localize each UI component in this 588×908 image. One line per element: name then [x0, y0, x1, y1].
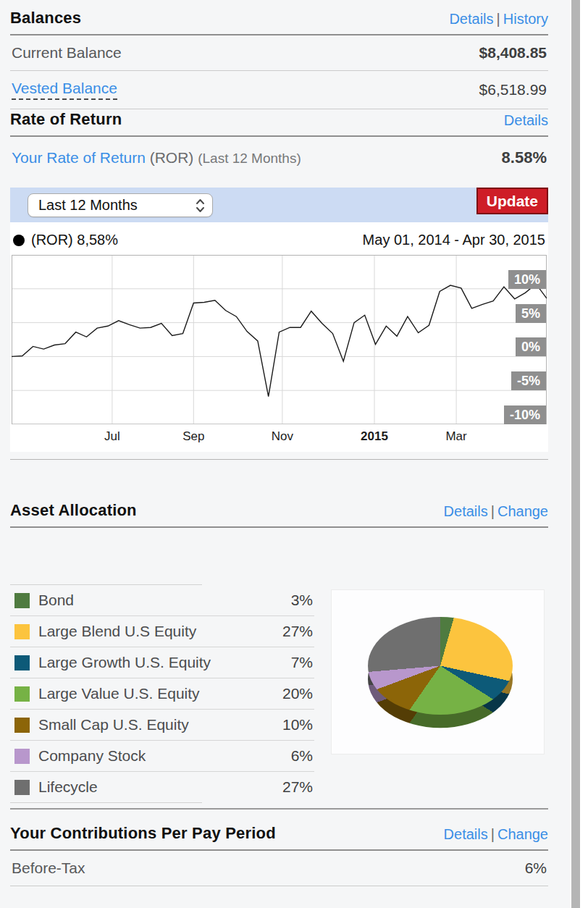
x-axis-tick-label: Jul: [104, 429, 120, 444]
legend-swatch: [14, 780, 30, 795]
asset-allocation-title: Asset Allocation: [10, 501, 137, 520]
balances-details-link[interactable]: Details: [449, 11, 493, 27]
section-divider: [10, 459, 548, 460]
legend-swatch: [14, 624, 30, 639]
period-toolbar: Last 12 Months Update: [10, 188, 548, 222]
your-rate-of-return-link[interactable]: Your Rate of Return: [12, 149, 146, 166]
before-tax-label: Before-Tax: [12, 859, 85, 877]
y-axis-tick-label: 0%: [516, 337, 546, 356]
link-separator: |: [488, 503, 497, 519]
ror-details-link[interactable]: Details: [504, 112, 548, 128]
rate-of-return-title: Rate of Return: [10, 110, 122, 129]
ror-value: 8.58%: [502, 148, 547, 167]
ror-abbrev: (ROR): [150, 149, 194, 166]
allocation-table-row: Small Cap U.S. Equity 10%: [10, 710, 314, 741]
x-axis-tick-label: 2015: [361, 429, 388, 444]
rate-of-return-header: Rate of Return Details: [10, 110, 548, 137]
chart-date-range: May 01, 2014 - Apr 30, 2015: [363, 232, 545, 248]
balances-history-link[interactable]: History: [503, 11, 548, 27]
asset-allocation-header: Asset Allocation Details|Change: [10, 501, 548, 528]
current-balance-value: $8,408.85: [479, 44, 547, 62]
current-balance-label: Current Balance: [12, 44, 122, 62]
contributions-details-link[interactable]: Details: [444, 826, 488, 842]
allocation-table: Bond 3% Large Blend U.S Equity 27% Large…: [10, 584, 314, 803]
ror-line-chart: 10%5%0%-5%-10%: [12, 255, 547, 424]
allocation-body: Bond 3% Large Blend U.S Equity 27% Large…: [10, 584, 548, 803]
allocation-table-row: Company Stock 6%: [10, 741, 314, 772]
period-select-value: Last 12 Months: [38, 197, 138, 214]
allocation-table-row: Large Value U.S. Equity 20%: [10, 678, 314, 710]
pie-face: [368, 617, 513, 715]
allocation-value: 27%: [282, 623, 313, 640]
allocation-table-row: Large Blend U.S Equity 27%: [10, 616, 314, 647]
vested-balance-value: $6,518.99: [479, 81, 547, 98]
allocation-change-link[interactable]: Change: [497, 503, 548, 519]
rate-of-return-section: Rate of Return Details Your Rate of Retu…: [10, 110, 548, 460]
legend-swatch: [14, 749, 30, 764]
contributions-section: Your Contributions Per Pay Period Detail…: [10, 808, 548, 886]
contributions-header: Your Contributions Per Pay Period Detail…: [10, 824, 548, 851]
allocation-table-row: Lifecycle 27%: [10, 772, 314, 802]
update-button[interactable]: Update: [476, 188, 548, 214]
section-divider: [10, 808, 548, 810]
allocation-label: Company Stock: [38, 747, 291, 765]
before-tax-row: Before-Tax 6%: [10, 851, 548, 886]
allocation-value: 20%: [282, 685, 313, 702]
series-label: (ROR) 8,58%: [31, 232, 118, 248]
allocation-label: Large Value U.S. Equity: [38, 685, 282, 702]
legend-swatch: [14, 686, 30, 702]
link-separator: |: [494, 11, 503, 27]
ror-row: Your Rate of Return (ROR) (Last 12 Month…: [10, 137, 548, 179]
allocation-label: Small Cap U.S. Equity: [38, 716, 282, 733]
allocation-table-row: Bond 3%: [10, 585, 314, 616]
asset-allocation-section: Asset Allocation Details|Change Bond 3% …: [10, 501, 548, 803]
x-axis-tick-label: Mar: [445, 429, 466, 444]
x-axis-tick-label: Nov: [272, 429, 293, 444]
vested-balance-link[interactable]: Vested Balance: [12, 80, 117, 100]
allocation-value: 6%: [291, 747, 313, 765]
contributions-change-link[interactable]: Change: [497, 826, 548, 842]
legend-swatch: [14, 655, 30, 671]
x-axis-tick-label: Sep: [182, 429, 204, 444]
chevron-up-down-icon: [196, 198, 205, 214]
ror-chart-panel: Last 12 Months Update (ROR) 8,58% May 01…: [10, 188, 548, 452]
current-balance-row: Current Balance $8,408.85: [10, 35, 548, 71]
ror-period: (Last 12 Months): [198, 151, 301, 166]
period-select[interactable]: Last 12 Months: [28, 193, 213, 217]
allocation-value: 10%: [282, 716, 313, 733]
chart-legend-row: (ROR) 8,58% May 01, 2014 - Apr 30, 2015: [10, 222, 548, 255]
allocation-value: 3%: [291, 592, 313, 609]
allocation-label: Large Blend U.S Equity: [38, 623, 282, 640]
allocation-label: Bond: [38, 592, 291, 609]
before-tax-value: 6%: [525, 859, 547, 877]
link-separator: |: [488, 826, 497, 842]
allocation-table-row: Large Growth U.S. Equity 7%: [10, 647, 314, 678]
allocation-details-link[interactable]: Details: [444, 503, 488, 519]
line-chart-canvas: [12, 255, 547, 424]
allocation-value: 27%: [282, 778, 313, 796]
balances-header: Balances Details|History: [10, 0, 548, 35]
legend-swatch: [14, 593, 30, 608]
legend-swatch: [14, 718, 30, 733]
allocation-pie-chart: [368, 617, 513, 715]
y-axis-tick-label: -5%: [511, 371, 546, 390]
balances-section: Balances Details|History Current Balance…: [10, 0, 548, 109]
allocation-label: Large Growth U.S. Equity: [38, 654, 291, 671]
chart-x-axis: JulSepNov2015Mar: [12, 424, 547, 449]
balances-title: Balances: [10, 9, 81, 28]
allocation-pie-panel: [331, 589, 545, 754]
y-axis-tick-label: 5%: [516, 304, 546, 323]
allocation-label: Lifecycle: [38, 778, 282, 796]
allocation-value: 7%: [291, 654, 313, 671]
contributions-title: Your Contributions Per Pay Period: [10, 824, 276, 843]
y-axis-tick-label: 10%: [508, 270, 546, 289]
y-axis-tick-label: -10%: [504, 405, 546, 424]
vertical-scrollbar[interactable]: [571, 0, 580, 908]
vested-balance-row: Vested Balance $6,518.99: [10, 71, 548, 109]
series-dot-icon: [13, 235, 25, 246]
